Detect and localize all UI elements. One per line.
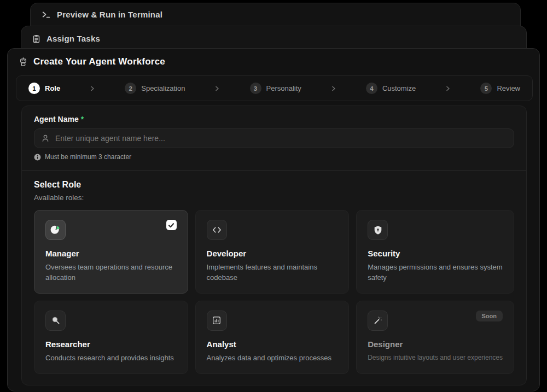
code-icon — [207, 220, 227, 240]
terminal-icon — [42, 10, 51, 19]
section-divider — [22, 170, 526, 171]
required-marker: * — [81, 115, 84, 124]
role-name: Researcher — [45, 340, 177, 349]
validation-note-row: Must be minimum 3 character — [34, 153, 514, 161]
role-description: Conducts research and provides insights — [45, 353, 177, 364]
user-icon — [41, 134, 50, 143]
step-label: Customize — [382, 84, 416, 92]
info-icon — [34, 154, 41, 161]
step-number: 3 — [250, 83, 261, 94]
role-name: Analyst — [207, 340, 338, 349]
select-role-title: Select Role — [34, 180, 514, 190]
panel-assign-header[interactable]: Assign Tasks — [21, 26, 526, 51]
step-number: 1 — [28, 83, 40, 94]
role-card-designer: Soon Designer Designs intuitive layouts … — [356, 301, 514, 374]
step-role[interactable]: 1 Role — [28, 83, 60, 94]
role-name: Designer — [368, 340, 503, 349]
clipboard-icon — [32, 34, 40, 43]
page-background: Preview & Run in Terminal Assign Tasks — [0, 0, 547, 392]
step-personality[interactable]: 3 Personality — [250, 83, 301, 94]
role-card-analyst[interactable]: Analyst Analyzes data and optimizes proc… — [195, 301, 350, 374]
magic-wand-icon — [368, 311, 388, 331]
card-top: Soon — [368, 311, 503, 331]
create-workforce-panel: Create Your Agent Workforce 1 Role 2 Spe… — [7, 48, 540, 391]
step-label: Review — [497, 84, 520, 92]
agent-name-label: Agent Name — [34, 115, 79, 124]
role-card-manager[interactable]: Manager Oversees team operations and res… — [34, 210, 188, 294]
shield-icon — [368, 220, 388, 240]
role-name: Security — [368, 249, 503, 258]
role-card-security[interactable]: Security Manages permissions and ensures… — [356, 210, 514, 294]
agent-name-input[interactable] — [55, 134, 507, 143]
chevron-right-icon — [214, 85, 220, 92]
page-title: Create Your Agent Workforce — [33, 56, 165, 67]
role-card-researcher[interactable]: Researcher Conducts research and provide… — [34, 301, 188, 374]
step-number: 2 — [125, 83, 136, 94]
wizard-header: Create Your Agent Workforce — [8, 49, 539, 74]
panel-assign-label: Assign Tasks — [46, 34, 100, 43]
card-top — [45, 311, 177, 331]
role-description: Designs intuitive layouts and user exper… — [368, 353, 503, 362]
magnifier-icon — [45, 311, 66, 331]
card-top — [368, 220, 503, 241]
available-roles-label: Available roles: — [34, 194, 514, 202]
validation-note: Must be minimum 3 character — [45, 153, 131, 161]
agent-name-input-wrap[interactable] — [34, 128, 514, 148]
step-review[interactable]: 5 Review — [480, 83, 520, 94]
stepper: 1 Role 2 Specialization 3 Personality 4 — [16, 75, 533, 101]
role-name: Manager — [45, 249, 177, 258]
chevron-right-icon — [330, 85, 337, 92]
role-description: Oversees team operations and resource al… — [45, 262, 177, 283]
step-label: Specialization — [141, 84, 185, 92]
selected-checkbox[interactable] — [166, 220, 177, 230]
wizard-form-card: Agent Name * Must be minimum 3 character — [21, 106, 527, 385]
robot-icon — [19, 57, 28, 67]
step-customize[interactable]: 4 Customize — [366, 83, 416, 94]
step-label: Personality — [266, 84, 301, 92]
bar-chart-icon — [207, 311, 227, 331]
step-specialization[interactable]: 2 Specialization — [125, 83, 185, 94]
panel-terminal-label: Preview & Run in Terminal — [57, 10, 162, 19]
panel-terminal-header[interactable]: Preview & Run in Terminal — [31, 3, 520, 26]
chevron-right-icon — [445, 85, 451, 92]
pie-chart-icon — [45, 220, 66, 240]
step-number: 4 — [366, 83, 377, 94]
role-description: Implements features and maintains codeba… — [207, 262, 338, 283]
chevron-right-icon — [89, 85, 96, 92]
roles-grid: Manager Oversees team operations and res… — [34, 210, 514, 374]
card-top — [207, 220, 338, 241]
step-number: 5 — [480, 83, 492, 94]
soon-badge: Soon — [476, 311, 503, 321]
step-label: Role — [45, 84, 60, 92]
agent-name-label-row: Agent Name * — [34, 115, 514, 124]
card-top — [45, 220, 177, 241]
role-card-developer[interactable]: Developer Implements features and mainta… — [195, 210, 350, 294]
role-description: Manages permissions and ensures system s… — [368, 262, 503, 283]
role-description: Analyzes data and optimizes processes — [207, 353, 338, 364]
card-top — [207, 311, 338, 331]
role-name: Developer — [207, 249, 338, 258]
